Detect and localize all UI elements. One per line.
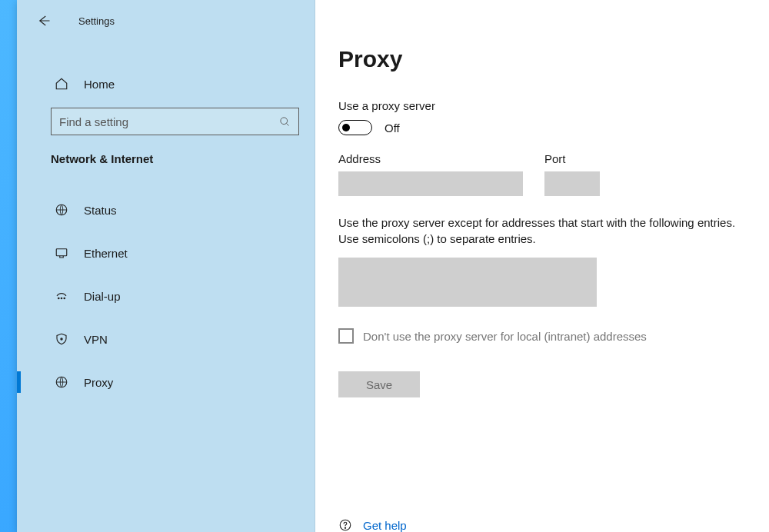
- search-input[interactable]: [59, 115, 268, 128]
- sidebar-nav: Status Ethernet Dial-up VPN: [17, 188, 315, 404]
- svg-point-3: [58, 298, 60, 299]
- port-column: Port: [544, 152, 600, 196]
- svg-rect-2: [56, 249, 67, 256]
- sidebar-item-ethernet[interactable]: Ethernet: [17, 231, 315, 274]
- sidebar-item-status[interactable]: Status: [17, 188, 315, 231]
- svg-point-4: [61, 298, 62, 299]
- address-port-row: Address Port: [338, 152, 746, 196]
- sidebar-item-label: Status: [84, 204, 117, 217]
- use-proxy-label: Use a proxy server: [338, 99, 746, 112]
- sidebar-item-label: Proxy: [84, 376, 113, 389]
- local-bypass-checkbox[interactable]: [338, 328, 354, 344]
- save-button[interactable]: Save: [338, 371, 420, 397]
- home-icon: [53, 77, 70, 91]
- app-title: Settings: [78, 15, 115, 27]
- use-proxy-toggle[interactable]: [338, 120, 372, 135]
- get-help-link[interactable]: Get help: [363, 519, 407, 532]
- use-proxy-toggle-row: Off: [338, 120, 746, 135]
- sidebar-item-vpn[interactable]: VPN: [17, 318, 315, 361]
- sidebar-item-label: Dial-up: [84, 290, 121, 303]
- proxy-icon: [53, 375, 70, 389]
- titlebar: Settings: [17, 0, 315, 42]
- address-column: Address: [338, 152, 523, 196]
- status-icon: [53, 203, 70, 217]
- svg-point-5: [64, 298, 65, 299]
- svg-point-6: [61, 338, 62, 340]
- toggle-state: Off: [384, 121, 400, 135]
- home-nav[interactable]: Home: [17, 69, 315, 98]
- local-bypass-row: Don't use the proxy server for local (in…: [338, 328, 746, 344]
- local-bypass-label: Don't use the proxy server for local (in…: [363, 330, 647, 343]
- svg-point-9: [345, 527, 345, 528]
- main-content: Proxy Use a proxy server Off Address Por…: [315, 0, 769, 532]
- svg-point-0: [281, 117, 288, 124]
- search-box[interactable]: [51, 108, 299, 135]
- dialup-icon: [53, 290, 70, 302]
- settings-window: Settings Home Network & Internet Status: [17, 0, 769, 532]
- ethernet-icon: [53, 246, 70, 260]
- help-row: Get help: [338, 518, 407, 532]
- toggle-knob: [342, 124, 350, 131]
- address-input[interactable]: [338, 171, 523, 196]
- search-container: [17, 98, 315, 135]
- bypass-textarea[interactable]: [338, 258, 597, 307]
- sidebar-item-proxy[interactable]: Proxy: [17, 361, 315, 404]
- sidebar-item-dialup[interactable]: Dial-up: [17, 274, 315, 318]
- page-title: Proxy: [338, 46, 746, 72]
- sidebar: Settings Home Network & Internet Status: [17, 0, 315, 532]
- port-label: Port: [544, 152, 600, 165]
- search-icon: [279, 116, 291, 128]
- sidebar-item-label: Ethernet: [84, 247, 128, 260]
- bypass-description: Use the proxy server except for addresse…: [338, 214, 738, 247]
- address-label: Address: [338, 152, 523, 165]
- vpn-icon: [53, 332, 70, 346]
- back-button[interactable]: [32, 9, 55, 32]
- sidebar-category: Network & Internet: [17, 135, 315, 165]
- arrow-left-icon: [37, 14, 51, 28]
- help-icon: [338, 518, 352, 532]
- home-label: Home: [84, 78, 115, 91]
- port-input[interactable]: [544, 171, 600, 196]
- sidebar-item-label: VPN: [84, 333, 108, 346]
